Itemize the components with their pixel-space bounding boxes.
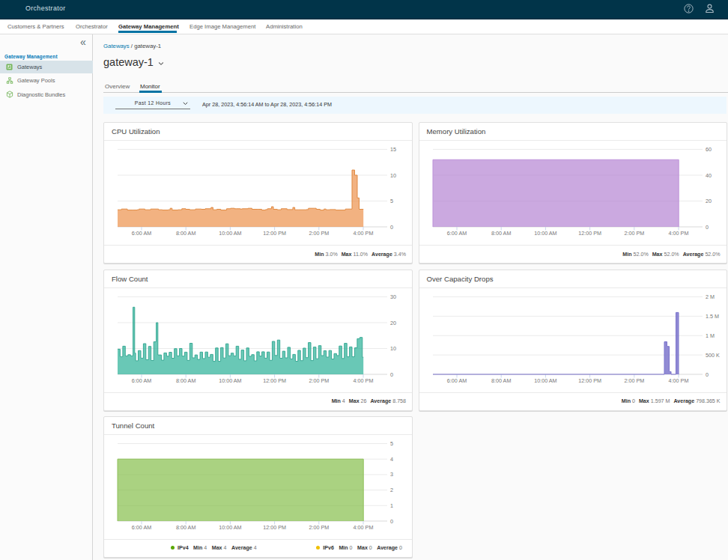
svg-text:30: 30 — [390, 293, 396, 300]
svg-text:8:00 AM: 8:00 AM — [491, 230, 511, 237]
svg-text:6:00 AM: 6:00 AM — [446, 230, 466, 237]
svg-text:8:00 AM: 8:00 AM — [491, 377, 511, 383]
svg-text:12:00 PM: 12:00 PM — [578, 377, 601, 383]
svg-text:5: 5 — [390, 440, 393, 447]
svg-text:3: 3 — [390, 471, 393, 478]
svg-text:8:00 AM: 8:00 AM — [176, 523, 195, 530]
svg-text:10:00 AM: 10:00 AM — [219, 230, 241, 237]
svg-text:10: 10 — [390, 172, 396, 179]
svg-text:0: 0 — [390, 371, 393, 377]
svg-text:5: 5 — [390, 198, 393, 204]
svg-text:6:00 AM: 6:00 AM — [132, 377, 151, 383]
svg-text:0: 0 — [706, 224, 709, 231]
svg-text:2 M: 2 M — [706, 293, 715, 300]
svg-text:8:00 AM: 8:00 AM — [176, 377, 195, 383]
svg-text:6:00 AM: 6:00 AM — [446, 377, 466, 383]
svg-text:2:00 PM: 2:00 PM — [624, 377, 644, 383]
svg-text:0: 0 — [390, 517, 393, 524]
svg-text:4: 4 — [390, 455, 393, 462]
svg-text:60: 60 — [706, 146, 712, 153]
svg-text:6:00 AM: 6:00 AM — [132, 230, 151, 237]
svg-text:4:00 PM: 4:00 PM — [668, 377, 688, 383]
svg-text:1: 1 — [390, 502, 393, 508]
svg-text:12:00 PM: 12:00 PM — [578, 230, 601, 237]
svg-text:12:00 PM: 12:00 PM — [263, 230, 286, 237]
svg-text:0: 0 — [706, 371, 709, 377]
svg-text:8:00 AM: 8:00 AM — [176, 230, 195, 237]
svg-text:10:00 AM: 10:00 AM — [534, 377, 556, 383]
svg-text:20: 20 — [706, 198, 712, 204]
svg-text:10:00 AM: 10:00 AM — [534, 230, 556, 237]
svg-text:2:00 PM: 2:00 PM — [309, 523, 329, 530]
svg-text:6:00 AM: 6:00 AM — [132, 523, 151, 530]
svg-text:4:00 PM: 4:00 PM — [354, 377, 374, 383]
svg-text:1.5 M: 1.5 M — [706, 312, 719, 319]
svg-text:12:00 PM: 12:00 PM — [263, 523, 286, 530]
svg-text:1 M: 1 M — [706, 332, 715, 338]
svg-text:2:00 PM: 2:00 PM — [624, 230, 644, 237]
svg-text:40: 40 — [706, 172, 712, 179]
svg-text:10:00 AM: 10:00 AM — [219, 523, 241, 530]
svg-text:500 K: 500 K — [706, 351, 720, 358]
svg-text:20: 20 — [390, 319, 396, 326]
svg-text:0: 0 — [390, 224, 393, 231]
svg-text:4:00 PM: 4:00 PM — [354, 230, 374, 237]
svg-text:2:00 PM: 2:00 PM — [309, 377, 329, 383]
svg-text:10:00 AM: 10:00 AM — [219, 377, 241, 383]
svg-text:4:00 PM: 4:00 PM — [668, 230, 688, 237]
svg-text:12:00 PM: 12:00 PM — [263, 377, 286, 383]
svg-text:4:00 PM: 4:00 PM — [354, 523, 374, 530]
svg-text:10: 10 — [390, 345, 396, 352]
svg-text:2: 2 — [390, 487, 393, 493]
svg-text:15: 15 — [390, 146, 396, 153]
svg-text:2:00 PM: 2:00 PM — [309, 230, 329, 237]
